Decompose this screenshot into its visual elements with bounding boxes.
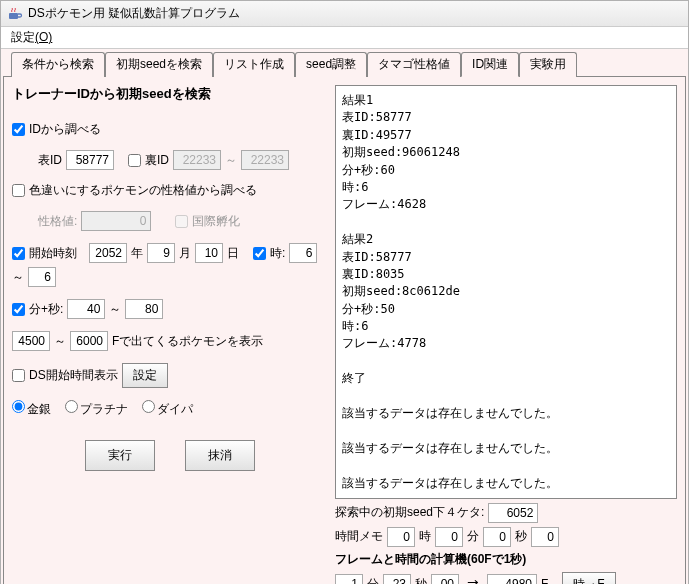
nature-input[interactable] — [81, 211, 151, 231]
ds-settings-button[interactable]: 設定 — [122, 363, 168, 388]
calc-m-unit: 分 — [367, 576, 379, 584]
frame-tail: Fで出てくるポケモンを表示 — [112, 333, 263, 350]
tab-1[interactable]: 初期seedを検索 — [105, 52, 213, 77]
check-from-id[interactable] — [12, 123, 25, 136]
radio-gs-wrap[interactable]: 金銀 — [12, 400, 51, 418]
calc-min[interactable] — [335, 574, 363, 584]
check-ds-start[interactable] — [12, 369, 25, 382]
check-minsec[interactable] — [12, 303, 25, 316]
ds-start-label: DS開始時間表示 — [29, 367, 118, 384]
year-unit: 年 — [131, 245, 143, 262]
check-hour[interactable] — [253, 247, 266, 260]
minsec-to[interactable] — [125, 299, 163, 319]
frame-to[interactable] — [70, 331, 108, 351]
radio-dp-wrap[interactable]: ダイパ — [142, 400, 193, 418]
minsec-label: 分+秒: — [29, 301, 63, 318]
check-from-id-label: IDから調べる — [29, 121, 101, 138]
tab-2[interactable]: リスト作成 — [213, 52, 295, 77]
tab-6[interactable]: 実験用 — [519, 52, 577, 77]
tab-strip: 条件から検索初期seedを検索リスト作成seed調整タマゴ性格値ID関連実験用 — [11, 51, 686, 76]
m-unit: 分 — [467, 528, 479, 545]
calc-s-unit: 秒 — [415, 576, 427, 584]
ura-tilde: ～ — [225, 152, 237, 169]
tab-4[interactable]: タマゴ性格値 — [367, 52, 461, 77]
day-unit: 日 — [227, 245, 239, 262]
tab-3[interactable]: seed調整 — [295, 52, 367, 77]
timememo-label: 時間メモ — [335, 528, 383, 545]
intl-label: 国際孵化 — [192, 213, 240, 230]
month-unit: 月 — [179, 245, 191, 262]
menu-settings[interactable]: 設定(O) — [7, 28, 56, 46]
minsec-tilde: ～ — [109, 301, 121, 318]
calc-sec[interactable] — [383, 574, 411, 584]
hour-label: 時: — [270, 245, 285, 262]
check-ura-id[interactable] — [128, 154, 141, 167]
radio-dp[interactable] — [142, 400, 155, 413]
clear-button[interactable]: 抹消 — [185, 440, 255, 471]
s-unit: 秒 — [515, 528, 527, 545]
year-input[interactable] — [89, 243, 127, 263]
hour-from[interactable] — [289, 243, 317, 263]
radio-pt[interactable] — [65, 400, 78, 413]
minsec-from[interactable] — [67, 299, 105, 319]
start-time-label: 開始時刻 — [29, 245, 77, 262]
hour-tilde: ～ — [12, 269, 24, 286]
swap-icon: ⇄ — [463, 576, 483, 584]
check-shiny[interactable] — [12, 184, 25, 197]
java-icon — [7, 6, 23, 22]
run-button[interactable]: 実行 — [85, 440, 155, 471]
calc-frames[interactable] — [487, 574, 537, 584]
tab-5[interactable]: ID関連 — [461, 52, 519, 77]
month-input[interactable] — [147, 243, 175, 263]
seed4-label: 探索中の初期seed下４ケタ: — [335, 504, 484, 521]
shiny-label: 色違いにするポケモンの性格値から調べる — [29, 182, 257, 199]
time-to-f-button[interactable]: 時→F — [562, 572, 615, 584]
tab-0[interactable]: 条件から検索 — [11, 52, 105, 77]
tm-s[interactable] — [483, 527, 511, 547]
tm-m[interactable] — [435, 527, 463, 547]
calc-x[interactable] — [431, 574, 459, 584]
h-unit: 時 — [419, 528, 431, 545]
check-intl[interactable] — [175, 215, 188, 228]
frame-tilde: ～ — [54, 333, 66, 350]
omote-id-input[interactable] — [66, 150, 114, 170]
section-heading: トレーナーIDから初期seedを検索 — [12, 85, 327, 103]
day-input[interactable] — [195, 243, 223, 263]
svg-rect-0 — [9, 13, 18, 19]
f-unit: F — [541, 577, 548, 584]
check-start-time[interactable] — [12, 247, 25, 260]
tm-h[interactable] — [387, 527, 415, 547]
hour-to[interactable] — [28, 267, 56, 287]
omote-id-label: 表ID — [38, 152, 62, 169]
results-output[interactable]: 結果1 表ID:58777 裏ID:49577 初期seed:96061248 … — [335, 85, 677, 499]
radio-gs[interactable] — [12, 400, 25, 413]
frame-from[interactable] — [12, 331, 50, 351]
tm-x[interactable] — [531, 527, 559, 547]
window-title: DSポケモン用 疑似乱数計算プログラム — [28, 5, 240, 22]
radio-pt-wrap[interactable]: プラチナ — [65, 400, 128, 418]
nature-label: 性格値: — [38, 213, 77, 230]
ura-id-label: 裏ID — [145, 152, 169, 169]
seed4-input[interactable] — [488, 503, 538, 523]
calc-heading: フレームと時間の計算機(60Fで1秒) — [335, 551, 677, 568]
ura-id-from[interactable] — [173, 150, 221, 170]
ura-id-to[interactable] — [241, 150, 289, 170]
